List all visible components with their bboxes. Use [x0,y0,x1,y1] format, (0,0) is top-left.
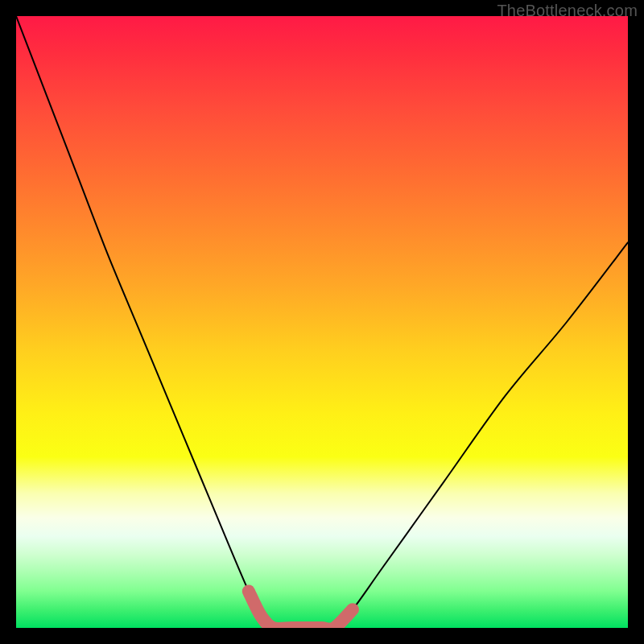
highlight-segment-path [249,591,353,628]
chart-stage: TheBottleneck.com [0,0,644,644]
curve-svg [16,16,628,628]
plot-area [16,16,628,628]
bottleneck-curve-path [16,16,628,628]
